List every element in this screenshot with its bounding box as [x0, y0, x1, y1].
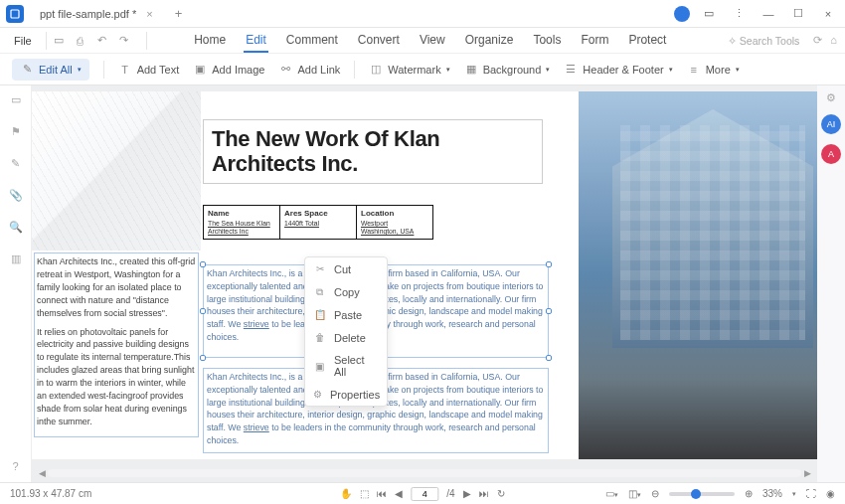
menubar: File ▭ ⎙ ↶ ↷ Home Edit Comment Convert V… — [0, 28, 845, 54]
add-image-button[interactable]: ▣Add Image — [193, 63, 264, 77]
edit-toolbar: ✎Edit All▾ TAdd Text ▣Add Image ⚯Add Lin… — [0, 54, 845, 85]
prev-page-icon[interactable]: ◀ — [395, 488, 403, 499]
ctx-properties[interactable]: ⚙Properties — [305, 383, 387, 406]
scroll-right-icon[interactable]: ▶ — [801, 467, 813, 479]
cloud-icon[interactable]: ⟳ — [813, 34, 822, 47]
comments-icon[interactable]: ✎ — [8, 155, 24, 171]
zoom-slider[interactable] — [669, 492, 735, 496]
more-icon[interactable]: ⋮ — [728, 4, 750, 24]
wand-icon: ✧ — [728, 35, 737, 47]
canvas[interactable]: Khan Architects Inc., created this off-g… — [32, 85, 817, 482]
tab-form[interactable]: Form — [579, 29, 610, 53]
home-icon[interactable]: ⌂ — [830, 34, 837, 47]
reading-mode-icon[interactable]: ◉ — [826, 488, 835, 499]
add-link-button[interactable]: ⚯Add Link — [278, 63, 340, 77]
tab-protect[interactable]: Protect — [626, 29, 668, 53]
zoom-out-icon[interactable]: ⊖ — [651, 488, 659, 499]
td-location-2: Washington, USA — [361, 228, 428, 236]
left-sidebar: ▭ ⚑ ✎ 📎 🔍 ▥ ? — [0, 85, 32, 482]
separator — [354, 61, 355, 79]
page-input[interactable] — [411, 487, 438, 501]
hand-tool-icon[interactable]: ✋ — [340, 488, 352, 499]
last-page-icon[interactable]: ⏭ — [479, 488, 489, 499]
attachments-icon[interactable]: 📎 — [8, 187, 24, 203]
page-navigation: ✋ ⬚ ⏮ ◀ /4 ▶ ⏭ ↻ — [340, 487, 504, 501]
chevron-down-icon: ▾ — [446, 66, 450, 74]
scroll-left-icon[interactable]: ◀ — [36, 467, 48, 479]
rotate-icon[interactable]: ↻ — [497, 488, 505, 499]
close-window-icon[interactable]: × — [817, 4, 839, 24]
quick-access-toolbar: ▭ ⎙ ↶ ↷ — [51, 33, 132, 49]
zoom-in-icon[interactable]: ⊕ — [745, 488, 753, 499]
page-total: /4 — [446, 488, 454, 499]
print-icon[interactable]: ⎙ — [73, 33, 88, 49]
tab-home[interactable]: Home — [192, 29, 228, 53]
more-button[interactable]: ≡More▾ — [687, 63, 740, 77]
add-text-button[interactable]: TAdd Text — [118, 63, 180, 77]
feedback-icon[interactable]: ▭ — [698, 4, 720, 24]
document-title[interactable]: The New Work Of Klan Architects Inc. — [203, 119, 543, 184]
search-icon[interactable]: 🔍 — [8, 219, 24, 235]
tab-view[interactable]: View — [418, 29, 447, 53]
assistant-button[interactable]: A — [821, 144, 841, 164]
tab-convert[interactable]: Convert — [356, 29, 402, 53]
view-mode-icon[interactable]: ◫▾ — [628, 488, 641, 499]
tab-comment[interactable]: Comment — [284, 29, 340, 53]
td-area: 1440ft Total — [284, 220, 352, 228]
ctx-paste[interactable]: 📋Paste — [305, 303, 387, 326]
properties-panel-icon[interactable]: ⚙ — [826, 91, 836, 104]
info-table[interactable]: NameThe Sea House Klan Architects Inc Ar… — [203, 205, 433, 240]
ctx-copy[interactable]: ⧉Copy — [305, 280, 387, 303]
minimize-icon[interactable]: — — [758, 4, 779, 24]
td-name: The Sea House Klan Architects Inc — [208, 220, 275, 236]
separator — [46, 32, 47, 50]
ai-button[interactable]: AI — [821, 114, 841, 134]
undo-icon[interactable]: ↶ — [94, 33, 110, 49]
more-icon: ≡ — [687, 63, 701, 77]
zoom-value: 33% — [762, 488, 782, 499]
save-icon[interactable]: ▭ — [51, 33, 67, 49]
bookmarks-icon[interactable]: ⚑ — [8, 123, 24, 139]
header-footer-button[interactable]: ☰Header & Footer▾ — [564, 63, 672, 77]
chevron-down-icon: ▾ — [78, 66, 82, 74]
ctx-select-all[interactable]: ▣Select All — [305, 349, 387, 383]
user-avatar[interactable] — [674, 6, 690, 22]
next-page-icon[interactable]: ▶ — [463, 488, 471, 499]
link-icon: ⚯ — [278, 63, 292, 77]
close-tab-icon[interactable]: × — [146, 8, 152, 20]
fullscreen-icon[interactable]: ⛶ — [806, 488, 816, 499]
horizontal-scrollbar[interactable]: ◀ ▶ — [36, 468, 813, 478]
background-button[interactable]: ▦Background▾ — [464, 63, 551, 77]
document-tab[interactable]: ppt file-sample.pdf * × — [30, 2, 163, 26]
tab-edit[interactable]: Edit — [244, 29, 268, 53]
page-dimensions: 101.93 x 47.87 cm — [10, 488, 91, 499]
watermark-button[interactable]: ◫Watermark▾ — [369, 63, 449, 77]
scroll-track[interactable] — [48, 469, 801, 477]
paste-icon: 📋 — [313, 308, 326, 321]
tab-organize[interactable]: Organize — [463, 29, 516, 53]
edit-all-button[interactable]: ✎Edit All▾ — [12, 59, 89, 81]
ctx-delete[interactable]: 🗑Delete — [305, 326, 387, 349]
fit-width-icon[interactable]: ▭▾ — [605, 488, 618, 499]
chevron-down-icon[interactable]: ▾ — [792, 490, 796, 498]
tab-tools[interactable]: Tools — [531, 29, 563, 53]
new-tab-button[interactable]: + — [169, 4, 189, 23]
left-text-block[interactable]: Khan Architects Inc., created this off-g… — [34, 252, 199, 437]
chevron-down-icon: ▾ — [669, 66, 673, 74]
ctx-cut[interactable]: ✂Cut — [305, 257, 387, 280]
context-menu: ✂Cut ⧉Copy 📋Paste 🗑Delete ▣Select All ⚙P… — [304, 256, 388, 407]
image-building-right[interactable]: ⇪ — [579, 91, 817, 459]
file-menu[interactable]: File — [8, 32, 38, 50]
pencil-icon: ✎ — [20, 63, 34, 77]
layers-icon[interactable]: ▥ — [8, 251, 24, 266]
image-architecture-left[interactable] — [32, 91, 201, 251]
search-tools[interactable]: ✧ Search Tools — [728, 35, 800, 47]
thumbnails-icon[interactable]: ▭ — [8, 91, 24, 107]
image-icon: ▣ — [193, 63, 207, 77]
chevron-down-icon: ▾ — [736, 66, 740, 74]
maximize-icon[interactable]: ☐ — [787, 4, 809, 24]
help-icon[interactable]: ? — [8, 458, 24, 474]
first-page-icon[interactable]: ⏮ — [377, 488, 387, 499]
select-tool-icon[interactable]: ⬚ — [360, 488, 369, 499]
redo-icon[interactable]: ↷ — [116, 33, 132, 49]
